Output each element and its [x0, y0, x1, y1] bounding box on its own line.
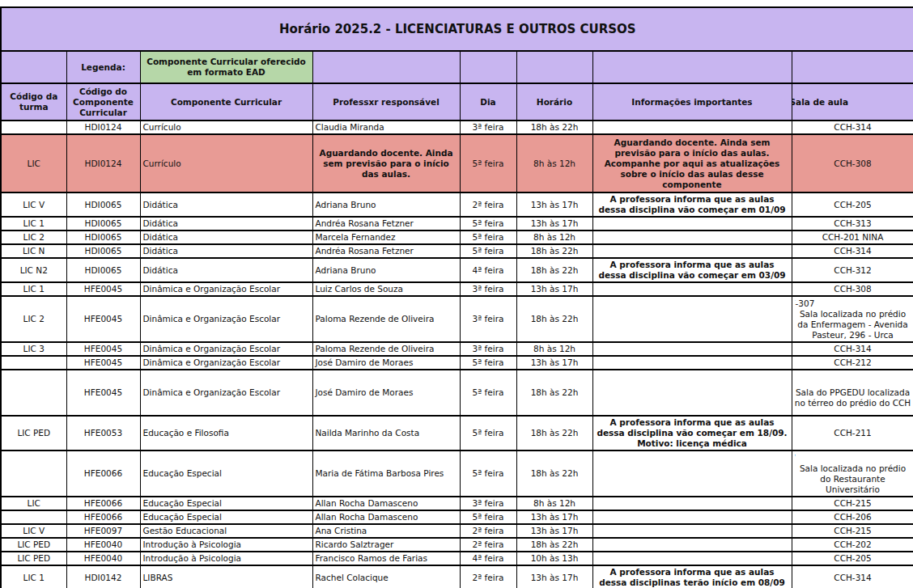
- cell-info: [592, 342, 792, 356]
- cell-professor: Andréa Rosana Fetzner: [312, 244, 460, 258]
- col-header-horario: Horário: [516, 83, 592, 121]
- cell-dia: 3ª feira: [460, 121, 516, 134]
- cell-sala: CCH-215: [792, 524, 913, 538]
- cell-professor: Nailda Marinho da Costa: [312, 416, 460, 451]
- cell-sala: CCH-205: [792, 552, 913, 565]
- cell-dia: 4ª feira: [460, 258, 516, 282]
- cell-sala: F-307Sala localizada no prédio da Enferm…: [792, 296, 913, 342]
- cell-componente: Introdução à Psicologia: [140, 538, 312, 552]
- col-header-codigo-componente: Código do Componente Curricular: [66, 83, 140, 121]
- table-row: LIC PEDHFE0040Introdução à PsicologiaRic…: [1, 538, 913, 552]
- cell-sala: .Sala do PPGEDU localizada no térreo do …: [792, 370, 913, 416]
- cell-dia: 2ª feira: [460, 192, 516, 217]
- legend-empty-cell: [516, 51, 592, 83]
- cell-dia: 3ª feira: [460, 296, 516, 342]
- cell-turma: LIC N2: [1, 258, 66, 282]
- cell-componente: Gestão Educacional: [140, 524, 312, 538]
- cell-sala: CCH-308: [792, 134, 913, 192]
- cell-professor: Aguardando docente. Ainda sem previsão p…: [312, 134, 460, 192]
- col-header-professor: Professxr responsável: [312, 83, 460, 121]
- cell-turma: LIC N: [1, 244, 66, 258]
- table-row: HFE0066Educação EspecialAllan Rocha Dama…: [1, 510, 913, 524]
- cell-horario: 18h às 22h: [516, 370, 592, 416]
- cell-horario: 18h às 22h: [516, 121, 592, 134]
- cell-codigo: HFE0097: [66, 524, 140, 538]
- table-row: HDI0124CurrículoClaudia Miranda3ª feira1…: [1, 121, 913, 134]
- cell-turma: LIC 3: [1, 342, 66, 356]
- cell-codigo: HDI0124: [66, 121, 140, 134]
- cell-professor: Paloma Rezende de Oliveira: [312, 296, 460, 342]
- cell-codigo: HDI0065: [66, 192, 140, 217]
- cell-sala: CCH-314: [792, 565, 913, 588]
- legend-row: Legenda: Componente Curricular oferecido…: [1, 51, 913, 83]
- cell-professor: Allan Rocha Damasceno: [312, 510, 460, 524]
- cell-sala: CCH-308: [792, 282, 913, 296]
- cell-codigo: HDI0142: [66, 565, 140, 588]
- cell-codigo: HFE0053: [66, 416, 140, 451]
- cell-turma: LIC 1: [1, 282, 66, 296]
- cell-turma: LIC PED: [1, 552, 66, 565]
- cell-sala: CCH-215: [792, 497, 913, 510]
- cell-info: [592, 244, 792, 258]
- cell-horario: 13h às 17h: [516, 524, 592, 538]
- cell-professor: José Damiro de Moraes: [312, 356, 460, 370]
- cell-info: [592, 552, 792, 565]
- cell-horario: 13h às 17h: [516, 217, 592, 231]
- cell-turma: LIC 2: [1, 231, 66, 244]
- cell-sala: CCH-312: [792, 258, 913, 282]
- cell-horario: 13h às 17h: [516, 192, 592, 217]
- cell-dia: 5ª feira: [460, 134, 516, 192]
- cell-dia: 5ª feira: [460, 244, 516, 258]
- table-row: HFE0045Dinâmica e Organização EscolarJos…: [1, 370, 913, 416]
- col-header-turma: Código da turma: [1, 83, 66, 121]
- cell-turma: [1, 370, 66, 416]
- cell-sala: CCH-206: [792, 510, 913, 524]
- cell-codigo: HDI0124: [66, 134, 140, 192]
- cell-turma: LIC V: [1, 192, 66, 217]
- col-header-componente: Componente Curricular: [140, 83, 312, 121]
- title-row: Horário 2025.2 - LICENCIATURAS E OUTROS …: [1, 7, 913, 51]
- cell-codigo: HFE0045: [66, 342, 140, 356]
- legend-empty-cell: [460, 51, 516, 83]
- cell-componente: Educação Especial: [140, 451, 312, 497]
- cell-sala: CCH-314: [792, 121, 913, 134]
- table-row: LICHFE0066Educação EspecialAllan Rocha D…: [1, 497, 913, 510]
- cell-professor: Marcela Fernandez: [312, 231, 460, 244]
- cell-info: [592, 497, 792, 510]
- cell-info: [592, 121, 792, 134]
- cell-professor: Maria de Fátima Barbosa Pires: [312, 451, 460, 497]
- cell-info: [592, 356, 792, 370]
- cell-info: [592, 451, 792, 497]
- cell-dia: 2ª feira: [460, 524, 516, 538]
- cell-dia: 5ª feira: [460, 510, 516, 524]
- cell-componente: LIBRAS: [140, 565, 312, 588]
- cell-info: [592, 370, 792, 416]
- cell-componente: Dinâmica e Organização Escolar: [140, 296, 312, 342]
- cell-horario: 13h às 17h: [516, 282, 592, 296]
- legend-empty-cell: [592, 51, 792, 83]
- cell-horario: 8h às 12h: [516, 497, 592, 510]
- cell-info: Aguardando docente. Ainda sem previsão p…: [592, 134, 792, 192]
- cell-horario: 8h às 12h: [516, 342, 592, 356]
- cell-sala: 7Sala localizada no prédio do Restaurant…: [792, 451, 913, 497]
- cell-dia: 5ª feira: [460, 217, 516, 231]
- cell-codigo: HFE0040: [66, 552, 140, 565]
- cell-dia: 5ª feira: [460, 370, 516, 416]
- cell-codigo: HDI0065: [66, 244, 140, 258]
- legend-label: Legenda:: [66, 51, 140, 83]
- cell-dia: 3ª feira: [460, 342, 516, 356]
- table-row: LIC 3HFE0045Dinâmica e Organização Escol…: [1, 342, 913, 356]
- schedule-sheet: Horário 2025.2 - LICENCIATURAS E OUTROS …: [0, 0, 913, 588]
- cell-professor: Paloma Rezende de Oliveira: [312, 342, 460, 356]
- cell-componente: Dinâmica e Organização Escolar: [140, 356, 312, 370]
- cell-sala: CCH-205: [792, 192, 913, 217]
- cell-sala: CCH-211: [792, 416, 913, 451]
- cell-turma: LIC 1: [1, 565, 66, 588]
- page-title: Horário 2025.2 - LICENCIATURAS E OUTROS …: [1, 7, 913, 51]
- cell-professor: Andréa Rosana Fetzner: [312, 217, 460, 231]
- table-row: LIC VHFE0097Gestão EducacionalAna Cristi…: [1, 524, 913, 538]
- cell-sala: CCH-201 NINA: [792, 231, 913, 244]
- cell-codigo: HFE0040: [66, 538, 140, 552]
- cell-horario: 18h às 22h: [516, 258, 592, 282]
- col-header-sala: Sala de aula: [792, 83, 913, 121]
